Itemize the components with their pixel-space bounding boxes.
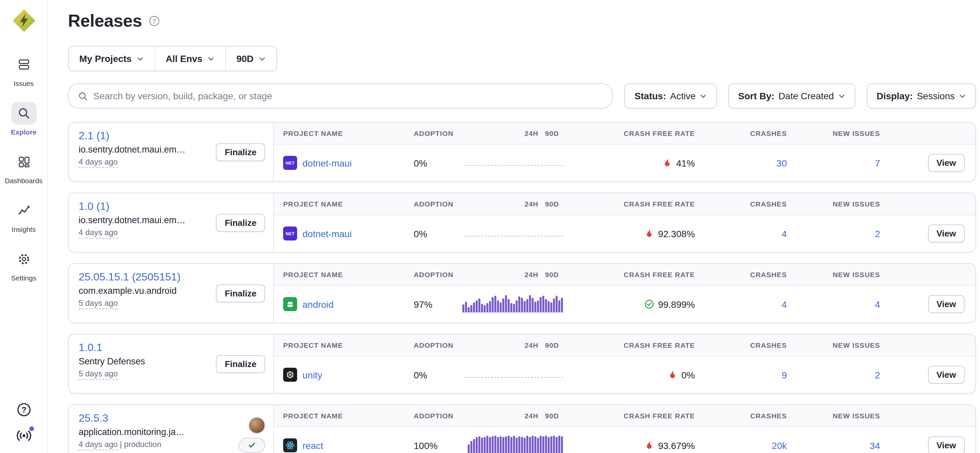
chevron-down-icon: [207, 55, 215, 62]
help-icon[interactable]: [16, 402, 31, 417]
view-button[interactable]: View: [928, 436, 965, 453]
adoption-value: 97%: [414, 299, 462, 310]
finalize-button[interactable]: Finalize: [216, 143, 265, 161]
sidebar-item-issues[interactable]: Issues: [0, 53, 47, 87]
release-project-row: unity 0% 0% 9 2 View: [274, 356, 975, 393]
col-adoption: ADOPTION: [414, 270, 462, 278]
crash-free-rate: 0%: [567, 369, 697, 380]
adoption-sparkline: [462, 294, 563, 312]
view-button[interactable]: View: [928, 224, 965, 243]
release-author-avatar[interactable]: [248, 417, 265, 433]
page-help-icon[interactable]: [149, 15, 160, 27]
sidebar-item-insights[interactable]: Insights: [0, 199, 47, 233]
release-version-link[interactable]: 1.0.1: [79, 342, 211, 354]
new-issues-link[interactable]: 34: [870, 440, 880, 451]
view-button[interactable]: View: [928, 366, 965, 384]
crashes-link[interactable]: 4: [781, 299, 787, 310]
range-24h-toggle[interactable]: 24H: [525, 200, 539, 208]
range-24h-toggle[interactable]: 24H: [525, 341, 539, 349]
sort-by-dropdown[interactable]: Sort By: Date Created: [728, 83, 855, 108]
release-version-link[interactable]: 25.5.3: [79, 412, 233, 424]
empty-chart-dash-line: [465, 165, 563, 166]
crashes-link[interactable]: 9: [781, 369, 787, 380]
whats-new-broadcast-icon[interactable]: [16, 428, 32, 443]
sidebar-item-dashboards[interactable]: Dashboards: [0, 151, 47, 184]
page-filter-bar: My Projects All Envs 90D: [68, 46, 277, 71]
project-link[interactable]: react: [302, 440, 323, 451]
range-24h-toggle[interactable]: 24H: [525, 129, 539, 137]
crashes-link[interactable]: 4: [781, 228, 787, 239]
range-90d-toggle[interactable]: 90D: [545, 270, 559, 278]
project-link[interactable]: android: [302, 299, 333, 310]
range-90d-toggle[interactable]: 90D: [545, 129, 559, 137]
release-version-link[interactable]: 2.1 (1): [79, 130, 211, 142]
range-90d-toggle[interactable]: 90D: [545, 200, 559, 208]
col-adoption: ADOPTION: [414, 200, 462, 208]
project-link[interactable]: dotnet-maui: [302, 228, 352, 239]
new-issues-link[interactable]: 2: [875, 228, 880, 239]
status-filter-label: Status:: [635, 91, 666, 101]
notification-dot: [29, 426, 33, 431]
new-issues-link[interactable]: 2: [875, 369, 880, 380]
release-table-header: PROJECT NAME ADOPTION 24H 90D CRASH FREE…: [274, 193, 975, 215]
col-crashes: CRASHES: [697, 270, 789, 278]
range-24h-toggle[interactable]: 24H: [525, 412, 539, 420]
check-icon: [248, 441, 256, 449]
release-search-input[interactable]: [93, 91, 603, 101]
display-dropdown[interactable]: Display: Sessions: [866, 83, 976, 108]
release-table-header: PROJECT NAME ADOPTION 24H 90D CRASH FREE…: [274, 122, 975, 145]
release-table-header: PROJECT NAME ADOPTION 24H 90D CRASH FREE…: [274, 405, 975, 427]
col-crash-free-rate: CRASH FREE RATE: [567, 129, 697, 137]
crashes-link[interactable]: 30: [776, 157, 787, 168]
finalize-button[interactable]: Finalize: [216, 214, 265, 232]
chevron-down-icon: [838, 92, 845, 100]
range-90d-toggle[interactable]: 90D: [545, 412, 559, 420]
view-button[interactable]: View: [928, 295, 965, 313]
date-range-filter-value: 90D: [237, 53, 253, 64]
release-table: PROJECT NAME ADOPTION 24H 90D CRASH FREE…: [274, 334, 975, 393]
col-chart-range: 24H 90D: [462, 270, 567, 278]
settings-gear-icon: [11, 248, 36, 270]
crashes-link[interactable]: 20k: [772, 440, 787, 451]
range-24h-toggle[interactable]: 24H: [525, 270, 539, 278]
finalize-button[interactable]: Finalize: [216, 285, 265, 302]
crash-free-rate-value: 93.679%: [658, 440, 695, 451]
view-button[interactable]: View: [928, 154, 965, 172]
environment-filter-dropdown[interactable]: All Envs: [155, 47, 226, 71]
org-logo[interactable]: [11, 8, 36, 33]
project-filter-value: My Projects: [79, 53, 132, 64]
sort-by-label: Sort By:: [738, 91, 775, 101]
search-toolbar: Status: Active Sort By: Date Created Dis…: [68, 83, 976, 108]
col-chart-range: 24H 90D: [462, 200, 567, 208]
col-project-name: PROJECT NAME: [274, 341, 414, 349]
project-link[interactable]: dotnet-maui: [302, 157, 352, 168]
adoption-chart-bars: [462, 286, 567, 323]
new-issues-link[interactable]: 7: [875, 157, 880, 168]
release-project-row: NET dotnet-maui 0% 41% 30 7 View: [274, 145, 975, 181]
page-title: Releases: [68, 11, 142, 31]
col-project-name: PROJECT NAME: [274, 412, 414, 420]
release-project-row: NET dotnet-maui 0% 92.308% 4 2 View: [274, 215, 975, 252]
adoption-chart-empty: [462, 356, 567, 393]
react-icon: [283, 438, 297, 452]
finalize-button[interactable]: Finalize: [216, 355, 265, 373]
sidebar-item-settings[interactable]: Settings: [0, 248, 47, 282]
col-new-issues: NEW ISSUES: [789, 341, 883, 349]
explore-icon: [11, 102, 36, 125]
release-version-link[interactable]: 1.0 (1): [79, 200, 211, 213]
release-version-link[interactable]: 25.05.15.1 (2505151): [79, 271, 211, 283]
release-project-row: react 100% 93.679% 20k 34 View: [274, 427, 975, 453]
sidebar-nav: Issues Explore Dashboards Insights Setti…: [0, 53, 47, 282]
new-issues-link[interactable]: 4: [875, 299, 880, 310]
sidebar-item-explore[interactable]: Explore: [0, 102, 47, 136]
chevron-down-icon: [136, 55, 143, 62]
project-link[interactable]: unity: [302, 369, 322, 380]
col-crashes: CRASHES: [697, 200, 789, 208]
range-90d-toggle[interactable]: 90D: [545, 341, 559, 349]
chevron-down-icon: [258, 55, 266, 62]
project-filter-dropdown[interactable]: My Projects: [68, 47, 155, 71]
finalized-check-button[interactable]: [239, 437, 265, 453]
date-range-filter-dropdown[interactable]: 90D: [226, 47, 276, 71]
release-table: PROJECT NAME ADOPTION 24H 90D CRASH FREE…: [274, 405, 975, 453]
status-filter-dropdown[interactable]: Status: Active: [625, 83, 717, 108]
